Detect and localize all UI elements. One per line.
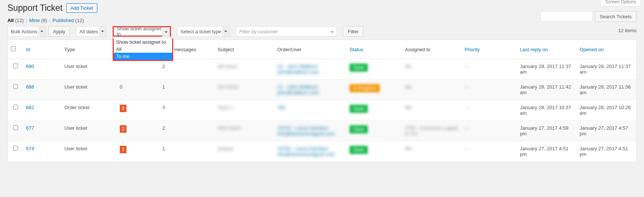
total-messages: 2 bbox=[159, 121, 215, 141]
ticket-type: User ticket bbox=[61, 80, 117, 100]
priority: — bbox=[465, 105, 470, 110]
priority: — bbox=[465, 84, 470, 90]
col-type: Type bbox=[61, 40, 117, 59]
row-checkbox[interactable] bbox=[13, 146, 18, 151]
last-reply: January 28, 2017 11:42 am bbox=[517, 80, 577, 100]
priority: — bbox=[465, 146, 470, 151]
col-user: Order/User bbox=[274, 40, 347, 59]
table-row: 682 Order ticket 3 3 Topic 1 #62 Open Me… bbox=[8, 100, 637, 121]
opened-on: January 27, 2017 4:57 pm bbox=[577, 121, 637, 141]
chevron-down-icon bbox=[99, 27, 106, 36]
last-reply: January 28, 2017 11:37 am bbox=[517, 59, 577, 80]
filter-by-customer-select[interactable]: Filter by customer bbox=[236, 26, 337, 37]
col-assigned: Assigned to bbox=[402, 40, 461, 59]
assigned-option-to-me[interactable]: To me bbox=[114, 53, 172, 60]
assigned-to: Me bbox=[405, 84, 412, 90]
col-priority[interactable]: Priority bbox=[462, 40, 517, 59]
total-messages: 1 bbox=[159, 141, 215, 162]
priority: — bbox=[465, 125, 470, 131]
screen-options-button[interactable]: Screen Options bbox=[600, 0, 641, 6]
row-checkbox[interactable] bbox=[13, 64, 18, 68]
order-user[interactable]: #4702 - Laura Hamilton info@domenicolagu… bbox=[277, 125, 335, 136]
filter-published-count: (12) bbox=[75, 18, 84, 23]
filter-mine-link[interactable]: Mine bbox=[29, 18, 40, 23]
col-subject: Subject bbox=[215, 40, 274, 59]
bulk-actions-select[interactable]: Bulk Actions bbox=[7, 26, 46, 37]
filter-mine-count: (6) bbox=[41, 18, 47, 23]
order-user[interactable]: #4702 - Laura Hamilton info@domenicolagu… bbox=[277, 146, 335, 157]
filter-published-link[interactable]: Published bbox=[52, 18, 74, 23]
ticket-type: User ticket bbox=[61, 59, 117, 80]
tickets-table: Id Type Unread messages Total messages S… bbox=[7, 40, 637, 162]
table-row: 690 User ticket 2 4th ticket #1 - John W… bbox=[8, 59, 637, 80]
opened-on: January 28, 2017 11:36 am bbox=[577, 80, 637, 100]
assigned-option-all[interactable]: All bbox=[114, 46, 172, 53]
last-reply: January 27, 2017 4:51 pm bbox=[517, 141, 577, 162]
apply-button[interactable]: Apply bbox=[48, 26, 70, 37]
opened-on: January 28, 2017 11:37 am bbox=[577, 59, 637, 80]
chevron-down-icon bbox=[38, 27, 46, 36]
ticket-id-link[interactable]: 688 bbox=[26, 84, 34, 90]
order-user[interactable]: #62 bbox=[277, 105, 286, 110]
assigned-to: Me bbox=[405, 64, 412, 69]
order-user[interactable]: #1 - John Wallborn john@walborn.com bbox=[277, 64, 319, 75]
priority: — bbox=[465, 64, 470, 69]
assigned-to: Me bbox=[405, 146, 412, 151]
select-all-checkbox[interactable] bbox=[11, 46, 16, 51]
add-ticket-button[interactable]: Add Ticket bbox=[66, 3, 97, 13]
ticket-id-link[interactable]: 682 bbox=[26, 105, 34, 110]
ticket-subject: 4th ticket bbox=[218, 64, 237, 69]
total-messages: 3 bbox=[159, 100, 215, 121]
assigned-to: #700 - Domenico Lagudi & Tim bbox=[405, 125, 458, 136]
col-status[interactable]: Status bbox=[347, 40, 402, 59]
search-input[interactable] bbox=[540, 11, 593, 22]
ticket-subject: Altro ticket bbox=[218, 125, 241, 131]
ticket-subject: asdasd bbox=[218, 146, 234, 151]
status-badge: Open bbox=[350, 105, 368, 113]
total-messages: 2 bbox=[159, 59, 215, 80]
items-count: 12 items bbox=[618, 28, 637, 33]
filter-button[interactable]: Filter bbox=[343, 26, 363, 37]
unread-badge: 3 bbox=[120, 105, 126, 112]
status-badge: Open bbox=[350, 146, 368, 154]
ticket-id-link[interactable]: 674 bbox=[26, 146, 34, 151]
unread-badge: 2 bbox=[120, 125, 126, 133]
status-badge: Open bbox=[350, 125, 368, 133]
ticket-type: User ticket bbox=[61, 141, 117, 162]
ticket-id-link[interactable]: 690 bbox=[26, 64, 34, 69]
unread-count: 0 bbox=[120, 84, 122, 90]
col-opened[interactable]: Opened on bbox=[577, 40, 637, 59]
page-title: Support Ticket bbox=[7, 3, 62, 13]
ticket-type: Order ticket bbox=[61, 100, 117, 121]
all-dates-select[interactable]: All dates bbox=[76, 26, 107, 37]
ticket-subject: 2nd ticket bbox=[218, 84, 239, 90]
assigned-option-default[interactable]: Show ticket assignet to bbox=[114, 39, 172, 46]
total-messages: 1 bbox=[159, 80, 215, 100]
search-tickets-button[interactable]: Search Tickets bbox=[595, 11, 637, 22]
filter-all-count: (12) bbox=[15, 18, 24, 23]
row-checkbox[interactable] bbox=[13, 125, 18, 130]
caret-down-icon bbox=[330, 30, 334, 35]
ticket-id-link[interactable]: 677 bbox=[26, 125, 34, 131]
assigned-to-dropdown: Show ticket assignet to All To me bbox=[113, 39, 173, 61]
filter-all-link[interactable]: All bbox=[7, 18, 14, 23]
table-row: 688 User ticket 0 1 2nd ticket #1 - John… bbox=[8, 80, 637, 100]
ticket-subject: Topic 1 bbox=[218, 105, 233, 110]
row-checkbox[interactable] bbox=[13, 84, 18, 89]
order-user[interactable]: #1 - John Wallborn john@walborn.com bbox=[277, 84, 319, 95]
last-reply: January 27, 2017 4:59 pm bbox=[517, 121, 577, 141]
table-row: 674 User ticket 1 1 asdasd #4702 - Laura… bbox=[8, 141, 637, 162]
last-reply: January 28, 2017 10:37 am bbox=[517, 100, 577, 121]
assigned-to: Me bbox=[405, 105, 412, 110]
ticket-type-select[interactable]: Select a ticket type bbox=[177, 26, 230, 37]
unread-badge: 1 bbox=[120, 146, 126, 153]
row-checkbox[interactable] bbox=[13, 105, 18, 110]
ticket-type: User ticket bbox=[61, 121, 117, 141]
col-reply[interactable]: Last reply on bbox=[517, 40, 577, 59]
col-id[interactable]: Id bbox=[23, 40, 61, 59]
table-row: 677 User ticket 2 2 Altro ticket #4702 -… bbox=[8, 121, 637, 141]
assigned-to-select[interactable]: Show ticket assignet to Show ticket assi… bbox=[113, 26, 171, 37]
opened-on: January 28, 2017 10:26 am bbox=[577, 100, 637, 121]
chevron-down-icon bbox=[222, 27, 229, 36]
status-badge: In Progress bbox=[350, 84, 380, 92]
